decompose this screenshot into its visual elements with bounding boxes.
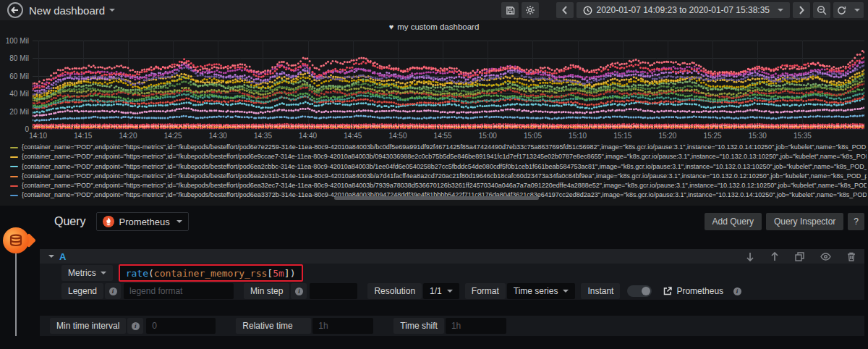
legend-item[interactable]: {container_name="POD",endpoint="https-me… bbox=[10, 143, 867, 152]
x-axis-tick: 14:40 bbox=[299, 132, 317, 140]
legend-item[interactable]: {container_name="POD",endpoint="https-me… bbox=[10, 181, 867, 190]
stepper-connector bbox=[15, 253, 17, 336]
legend-format-label: Legend bbox=[61, 283, 103, 299]
instant-toggle[interactable] bbox=[627, 285, 652, 297]
trash-icon[interactable] bbox=[847, 252, 856, 261]
info-icon[interactable]: i bbox=[105, 283, 121, 299]
help-button[interactable]: ? bbox=[848, 213, 864, 230]
x-axis-tick: 15:10 bbox=[569, 132, 587, 140]
chevron-down-icon bbox=[563, 290, 569, 293]
legend-series-color bbox=[10, 185, 18, 187]
legend-item[interactable]: {container_name="POD",endpoint="https-me… bbox=[10, 152, 867, 161]
datasource-name: Prometheus bbox=[119, 216, 170, 227]
chevron-left-icon bbox=[562, 6, 568, 14]
datasource-picker[interactable]: Prometheus bbox=[96, 212, 189, 231]
instant-label: Instant bbox=[581, 283, 620, 299]
arrow-left-icon bbox=[11, 6, 20, 14]
time-range-picker[interactable]: 2020-01-07 14:09:23 to 2020-01-07 15:38:… bbox=[576, 2, 790, 18]
legend-series-color bbox=[10, 156, 18, 158]
panel-header[interactable]: ♥ my custom dashboard bbox=[0, 22, 868, 31]
legend-series-color bbox=[10, 166, 18, 167]
tab-queries[interactable] bbox=[3, 227, 29, 253]
x-axis-tick: 15:35 bbox=[793, 132, 812, 140]
time-range-text: 2020-01-07 14:09:23 to 2020-01-07 15:38:… bbox=[596, 5, 770, 15]
x-axis-tick: 15:05 bbox=[524, 132, 542, 140]
info-icon[interactable]: i bbox=[127, 318, 143, 334]
top-navbar: New dashboard 2020-01-07 14:09:23 to 202… bbox=[0, 0, 868, 20]
legend-series-label: {container_name="POD",endpoint="https-me… bbox=[22, 172, 867, 180]
legend-series-color bbox=[10, 147, 18, 148]
promql-query-input[interactable]: rate(container_memory_rss[5m]) bbox=[119, 264, 303, 282]
refresh-button[interactable] bbox=[833, 2, 864, 18]
dashboard-title[interactable]: New dashboard bbox=[29, 4, 105, 17]
promql-token: rate bbox=[126, 268, 148, 279]
x-axis-tick: 15:30 bbox=[749, 132, 767, 140]
resolution-label: Resolution bbox=[367, 283, 422, 299]
x-axis-tick: 15:20 bbox=[658, 132, 676, 140]
legend-format-input[interactable] bbox=[124, 283, 234, 299]
y-axis-tick: 100 Mil bbox=[0, 37, 29, 45]
format-label: Format bbox=[465, 283, 506, 299]
relative-time-input[interactable] bbox=[312, 318, 373, 334]
zoom-out-button[interactable] bbox=[813, 2, 830, 18]
legend-series-label: {container_name="POD",endpoint="https-me… bbox=[22, 143, 867, 151]
external-link-icon bbox=[663, 287, 672, 295]
x-axis-tick: 14:10 bbox=[29, 132, 47, 140]
duplicate-icon[interactable] bbox=[795, 252, 804, 261]
x-axis-tick: 15:25 bbox=[704, 132, 722, 140]
eye-icon[interactable] bbox=[820, 253, 831, 261]
query-header: Query Prometheus Add Query Query Inspect… bbox=[40, 211, 864, 232]
metrics-dropdown-button[interactable]: Metrics bbox=[61, 265, 113, 281]
move-up-icon[interactable] bbox=[770, 252, 779, 261]
move-down-icon[interactable] bbox=[746, 252, 754, 261]
query-inspector-button[interactable]: Query Inspector bbox=[766, 213, 843, 230]
save-icon bbox=[506, 6, 515, 15]
save-dashboard-button[interactable] bbox=[501, 2, 519, 18]
chart-plot-area[interactable] bbox=[33, 39, 864, 132]
time-range-back-button[interactable] bbox=[556, 2, 574, 18]
chevron-down-icon bbox=[447, 290, 453, 293]
time-series-chart[interactable]: 100 Mil80 Mil60 Mil40 Mil20 Mil0 14:1014… bbox=[0, 33, 868, 140]
resolution-select[interactable]: 1/1 bbox=[423, 283, 459, 299]
legend-scrollbar[interactable] bbox=[334, 196, 539, 200]
min-step-input[interactable] bbox=[310, 283, 357, 299]
y-axis-tick: 60 Mil bbox=[0, 72, 29, 80]
metrics-row: Metrics rate(container_memory_rss[5m]) bbox=[40, 264, 864, 282]
chevron-down-icon bbox=[101, 272, 106, 274]
time-range-forward-button[interactable] bbox=[793, 2, 810, 18]
query-editor: Query Prometheus Add Query Query Inspect… bbox=[40, 211, 864, 345]
search-minus-icon bbox=[817, 5, 827, 15]
dashboard-settings-button[interactable] bbox=[522, 2, 539, 18]
datasource-link[interactable]: Prometheus bbox=[663, 286, 723, 296]
promql-token: ( bbox=[148, 268, 154, 279]
chart-legend: {container_name="POD",endpoint="https-me… bbox=[10, 143, 867, 201]
query-row-a[interactable]: A bbox=[40, 249, 864, 264]
panel-title: my custom dashboard bbox=[397, 22, 479, 31]
info-icon[interactable]: i bbox=[729, 283, 745, 299]
info-icon[interactable]: i bbox=[291, 283, 307, 299]
legend-series-label: {container_name="POD",endpoint="https-me… bbox=[22, 182, 867, 189]
legend-item[interactable]: {container_name="POD",endpoint="https-me… bbox=[10, 172, 867, 181]
x-axis-tick: 14:15 bbox=[74, 132, 92, 140]
min-time-interval-label: Min time interval bbox=[50, 318, 126, 334]
chevron-down-icon bbox=[854, 9, 860, 12]
collapse-icon[interactable] bbox=[48, 255, 54, 258]
time-shift-input[interactable] bbox=[446, 318, 506, 334]
x-axis-tick: 14:20 bbox=[119, 132, 137, 140]
legend-series-color bbox=[10, 176, 18, 177]
database-icon bbox=[9, 234, 23, 247]
promql-token: container_memory_rss bbox=[154, 268, 268, 279]
legend-item[interactable]: {container_name="POD",endpoint="https-me… bbox=[10, 162, 867, 172]
heart-icon: ♥ bbox=[389, 23, 394, 31]
grafana-dashboard: New dashboard 2020-01-07 14:09:23 to 202… bbox=[0, 0, 868, 349]
add-query-button[interactable]: Add Query bbox=[705, 213, 762, 230]
x-axis: 14:1014:1514:2014:2514:3014:3514:4014:45… bbox=[0, 132, 868, 142]
back-button[interactable] bbox=[7, 2, 23, 18]
x-axis-tick: 14:35 bbox=[254, 132, 272, 140]
format-select[interactable]: Time series bbox=[507, 283, 576, 299]
y-axis-tick: 20 Mil bbox=[0, 108, 29, 116]
panel-editor-sidebar bbox=[0, 206, 36, 349]
chevron-down-icon[interactable] bbox=[109, 9, 115, 12]
min-time-interval-input[interactable] bbox=[146, 318, 216, 334]
x-axis-tick: 14:50 bbox=[388, 132, 407, 140]
